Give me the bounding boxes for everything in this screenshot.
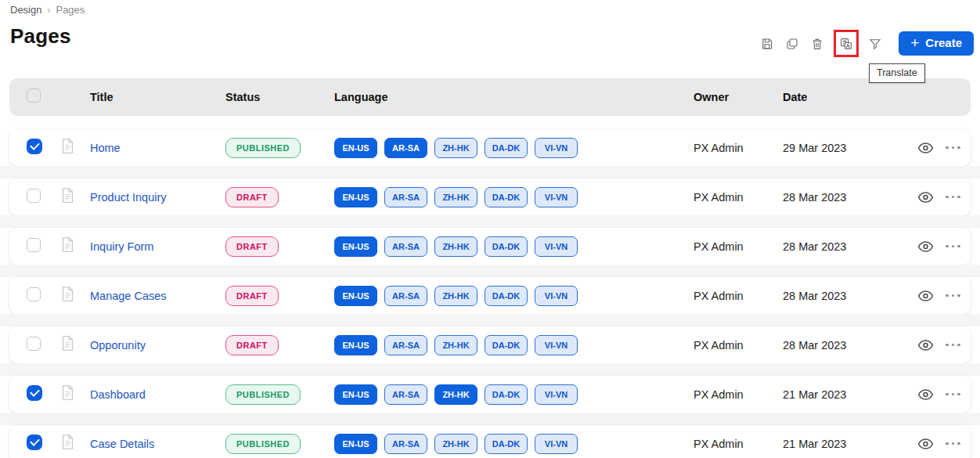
language-badge-vi-vn[interactable]: VI-VN xyxy=(535,187,578,207)
language-badge-da-dk[interactable]: DA-DK xyxy=(485,236,528,257)
language-badge-vi-vn[interactable]: VI-VN xyxy=(535,286,578,306)
language-badge-en-us[interactable]: EN-US xyxy=(334,335,377,355)
eye-icon xyxy=(917,339,934,352)
select-all-checkbox[interactable] xyxy=(27,88,41,103)
language-badge-ar-sa[interactable]: AR-SA xyxy=(384,138,427,158)
date-cell: 28 Mar 2023 xyxy=(783,191,917,204)
language-badge-en-us[interactable]: EN-US xyxy=(334,384,377,405)
language-badge-zh-hk[interactable]: ZH-HK xyxy=(434,236,477,257)
language-badge-en-us[interactable]: EN-US xyxy=(334,286,377,306)
row-checkbox[interactable] xyxy=(27,385,42,401)
language-badge-da-dk[interactable]: DA-DK xyxy=(485,384,528,405)
page-title-link[interactable]: Dashboard xyxy=(90,388,146,401)
owner-cell: PX Admin xyxy=(694,191,783,204)
language-badge-vi-vn[interactable]: VI-VN xyxy=(535,236,578,257)
page-title-link[interactable]: Manage Cases xyxy=(90,290,167,302)
breadcrumb-design[interactable]: Design xyxy=(10,4,41,16)
language-badge-da-dk[interactable]: DA-DK xyxy=(485,286,528,306)
language-badge-vi-vn[interactable]: VI-VN xyxy=(535,384,578,405)
table-header: Title Status Language Owner Date xyxy=(9,78,971,116)
eye-icon xyxy=(917,240,934,253)
trash-icon xyxy=(810,37,824,51)
filter-button[interactable] xyxy=(868,37,882,51)
table-row: Opporunity DRAFT EN-USAR-SAZH-HKDA-DKVI-… xyxy=(9,326,971,363)
table-row: Manage Cases DRAFT EN-USAR-SAZH-HKDA-DKV… xyxy=(9,277,971,314)
language-badge-ar-sa[interactable]: AR-SA xyxy=(384,187,427,207)
delete-button[interactable] xyxy=(810,37,824,51)
row-gap xyxy=(0,265,980,277)
more-actions-button[interactable] xyxy=(946,245,960,248)
language-badge-ar-sa[interactable]: AR-SA xyxy=(384,335,427,355)
more-actions-button[interactable] xyxy=(946,442,960,445)
page-title-link[interactable]: Opporunity xyxy=(90,339,146,352)
language-badge-ar-sa[interactable]: AR-SA xyxy=(384,434,427,454)
preview-button[interactable] xyxy=(917,191,934,204)
language-badge-ar-sa[interactable]: AR-SA xyxy=(384,236,427,257)
table-body: Home PUBLISHED EN-USAR-SAZH-HKDA-DKVI-VN… xyxy=(0,129,980,458)
language-badge-zh-hk[interactable]: ZH-HK xyxy=(434,286,477,306)
language-badge-en-us[interactable]: EN-US xyxy=(334,187,377,207)
eye-icon xyxy=(917,142,934,154)
language-badge-da-dk[interactable]: DA-DK xyxy=(485,434,528,454)
preview-button[interactable] xyxy=(917,388,934,401)
duplicate-icon xyxy=(785,37,799,51)
more-actions-button[interactable] xyxy=(946,146,960,150)
date-cell: 29 Mar 2023 xyxy=(783,142,917,154)
language-badges: EN-USAR-SAZH-HKDA-DKVI-VN xyxy=(334,286,694,306)
language-badges: EN-USAR-SAZH-HKDA-DKVI-VN xyxy=(334,384,694,405)
more-actions-button[interactable] xyxy=(946,393,960,396)
preview-button[interactable] xyxy=(917,339,934,352)
language-badge-zh-hk[interactable]: ZH-HK xyxy=(434,384,477,405)
language-badge-vi-vn[interactable]: VI-VN xyxy=(535,335,578,355)
language-badge-zh-hk[interactable]: ZH-HK xyxy=(434,187,477,207)
more-actions-button[interactable] xyxy=(946,196,960,199)
save-button[interactable] xyxy=(760,37,774,51)
translate-highlight-box xyxy=(834,30,859,57)
status-badge: DRAFT xyxy=(225,335,279,355)
more-actions-button[interactable] xyxy=(946,294,960,298)
translate-icon xyxy=(839,37,853,51)
preview-button[interactable] xyxy=(917,142,934,154)
toolbar: + Create xyxy=(760,30,974,57)
status-badge: DRAFT xyxy=(225,236,279,257)
date-cell: 28 Mar 2023 xyxy=(783,240,917,253)
language-badges: EN-USAR-SAZH-HKDA-DKVI-VN xyxy=(334,138,694,158)
language-badge-ar-sa[interactable]: AR-SA xyxy=(384,286,427,306)
row-checkbox[interactable] xyxy=(27,189,41,203)
language-badge-en-us[interactable]: EN-US xyxy=(334,434,377,454)
page-title-link[interactable]: Product Inquiry xyxy=(90,191,167,204)
row-checkbox[interactable] xyxy=(27,435,42,450)
eye-icon xyxy=(917,290,934,302)
row-checkbox[interactable] xyxy=(27,238,41,252)
row-checkbox[interactable] xyxy=(27,337,41,351)
language-badge-zh-hk[interactable]: ZH-HK xyxy=(434,335,477,355)
language-badge-vi-vn[interactable]: VI-VN xyxy=(535,434,578,454)
document-icon xyxy=(61,187,90,207)
owner-cell: PX Admin xyxy=(694,240,783,253)
table-row: Dashboard PUBLISHED EN-USAR-SAZH-HKDA-DK… xyxy=(9,376,971,413)
language-badge-en-us[interactable]: EN-US xyxy=(334,138,377,158)
language-badge-vi-vn[interactable]: VI-VN xyxy=(535,138,578,158)
column-header-date: Date xyxy=(783,91,917,103)
more-actions-button[interactable] xyxy=(946,344,960,347)
preview-button[interactable] xyxy=(917,240,934,253)
language-badge-da-dk[interactable]: DA-DK xyxy=(485,187,528,207)
preview-button[interactable] xyxy=(917,290,934,302)
status-badge: DRAFT xyxy=(225,187,279,207)
create-button[interactable]: + Create xyxy=(899,31,974,56)
preview-button[interactable] xyxy=(917,438,934,450)
language-badge-zh-hk[interactable]: ZH-HK xyxy=(434,434,477,454)
language-badge-da-dk[interactable]: DA-DK xyxy=(485,335,528,355)
language-badge-zh-hk[interactable]: ZH-HK xyxy=(434,138,477,158)
page-title-link[interactable]: Home xyxy=(90,142,121,154)
language-badge-ar-sa[interactable]: AR-SA xyxy=(384,384,427,405)
duplicate-button[interactable] xyxy=(785,37,799,51)
table-row: Inquiry Form DRAFT EN-USAR-SAZH-HKDA-DKV… xyxy=(9,228,971,265)
page-title-link[interactable]: Inquiry Form xyxy=(90,240,153,253)
translate-button[interactable] xyxy=(839,37,853,51)
row-checkbox[interactable] xyxy=(27,287,41,301)
language-badge-en-us[interactable]: EN-US xyxy=(334,236,377,257)
row-checkbox[interactable] xyxy=(27,139,42,154)
language-badge-da-dk[interactable]: DA-DK xyxy=(485,138,528,158)
page-title-link[interactable]: Case Details xyxy=(90,438,154,450)
